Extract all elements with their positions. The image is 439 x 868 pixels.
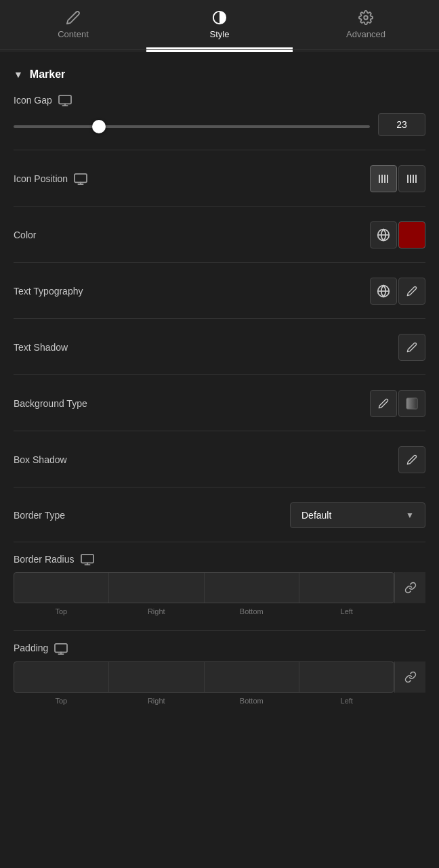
padding-header: Padding [14,642,425,654]
text-shadow-controls [398,334,425,361]
border-radius-right-cell [109,573,204,603]
monitor-icon-padding [54,642,68,654]
border-radius-top[interactable] [14,573,108,603]
color-label: Color [14,230,36,240]
slider-row: 23 [14,113,425,136]
border-radius-left[interactable] [299,573,394,603]
background-type-gradient-btn[interactable] [398,390,425,417]
padding-right[interactable] [109,662,203,692]
border-radius-right-label: Right [109,606,205,617]
svg-rect-20 [406,398,417,409]
padding-link-spacer [394,695,425,706]
icon-gap-label-row: Icon Gap [14,94,425,106]
border-radius-bottom-label: Bottom [204,606,299,617]
text-typography-global-btn[interactable] [370,278,397,305]
border-radius-labels: Top Right Bottom Left [14,606,425,617]
divider-7 [14,487,425,487]
monitor-icon-gap [58,94,72,106]
style-icon [212,9,227,25]
icon-gap-value[interactable]: 23 [378,113,425,136]
divider-6 [14,431,425,431]
divider-5 [14,374,425,375]
border-radius-header: Border Radius [14,553,425,565]
tab-advanced[interactable]: Advanced [293,0,439,49]
tab-style-label: Style [210,29,230,39]
pencil-icon [66,9,81,25]
box-shadow-text: Box Shadow [14,454,67,465]
color-global-btn[interactable] [370,221,397,248]
padding-bottom-label: Bottom [204,695,299,706]
dropdown-arrow-icon: ▼ [406,511,414,520]
padding-top[interactable] [14,662,108,692]
border-type-value: Default [301,510,331,521]
padding-top-label: Top [14,695,109,706]
padding-left[interactable] [299,662,394,692]
box-shadow-controls [398,446,425,473]
border-radius-link-spacer [394,606,425,617]
divider-4 [14,318,425,319]
icon-position-buttons [370,165,425,192]
box-shadow-edit-btn[interactable] [398,446,425,473]
border-radius-top-cell [14,573,109,603]
background-type-text: Background Type [14,398,87,409]
border-radius-left-label: Left [299,606,395,617]
tab-bar: Content Style Advanced [0,0,439,50]
text-typography-text: Text Typography [14,286,83,297]
icon-position-left-btn[interactable] [370,165,397,192]
color-text: Color [14,230,36,240]
padding-link-btn[interactable] [394,661,425,693]
divider-8 [14,542,425,542]
svg-rect-21 [81,555,93,563]
padding-quad [14,661,394,693]
tab-advanced-label: Advanced [346,29,385,39]
svg-point-1 [364,16,368,20]
border-type-dropdown[interactable]: Default ▼ [290,502,425,528]
border-radius-right[interactable] [109,573,203,603]
text-shadow-edit-btn[interactable] [398,334,425,361]
border-radius-text: Border Radius [14,554,75,565]
border-radius-link-btn[interactable] [394,572,425,603]
text-typography-row: Text Typography [14,274,425,309]
border-radius-quad [14,572,394,603]
color-swatch[interactable] [398,221,425,248]
color-controls [370,221,425,248]
border-type-row: Border Type Default ▼ [14,498,425,532]
divider-3 [14,262,425,263]
color-row: Color [14,217,425,253]
section-header[interactable]: ▼ Marker [14,68,425,81]
divider-9 [14,630,425,631]
border-radius-inputs [14,572,425,603]
icon-gap-section: Icon Gap 23 [14,94,425,136]
icon-gap-slider-container [14,119,370,130]
padding-labels: Top Right Bottom Left [14,695,425,706]
tab-content[interactable]: Content [0,0,146,49]
padding-top-cell [14,662,109,692]
divider-2 [14,206,425,207]
text-shadow-row: Text Shadow [14,330,425,365]
padding-left-cell [299,662,394,692]
padding-inputs [14,661,425,693]
box-shadow-row: Box Shadow [14,442,425,477]
icon-position-right-btn[interactable] [398,165,425,192]
text-typography-edit-btn[interactable] [398,278,425,305]
icon-position-row: Icon Position [14,161,425,196]
border-radius-top-label: Top [14,606,109,617]
main-content: ▼ Marker Icon Gap 23 Icon Position [0,52,439,731]
border-type-text: Border Type [14,510,65,521]
background-type-solid-btn[interactable] [370,390,397,417]
icon-gap-label: Icon Gap [14,95,52,106]
monitor-icon-position [73,173,88,185]
border-type-label: Border Type [14,510,65,521]
svg-rect-5 [75,174,87,183]
section-collapse-arrow[interactable]: ▼ [14,69,23,80]
tab-content-label: Content [58,29,89,39]
text-typography-controls [370,278,425,305]
tab-style[interactable]: Style [146,0,293,49]
icon-gap-slider[interactable] [14,125,370,128]
icon-position-label: Icon Position [14,173,88,185]
padding-bottom-cell [205,662,299,692]
border-radius-bottom[interactable] [205,573,299,603]
divider-1 [14,150,425,150]
gear-icon [358,9,373,25]
padding-bottom[interactable] [205,662,299,692]
